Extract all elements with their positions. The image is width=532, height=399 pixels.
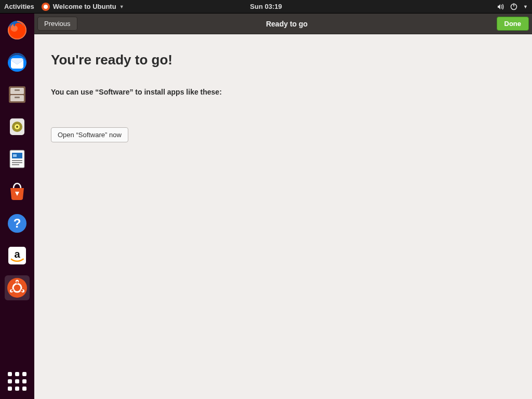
- dock-rhythmbox[interactable]: [5, 114, 30, 139]
- amazon-icon: a: [6, 244, 29, 267]
- ubuntu-dock: ? a: [0, 14, 34, 399]
- app-menu-label: Welcome to Ubuntu: [53, 3, 116, 10]
- svg-text:a: a: [14, 248, 20, 260]
- clock-label[interactable]: Sun 03:19: [250, 3, 282, 10]
- app-menu[interactable]: Welcome to Ubuntu ▼: [42, 3, 124, 11]
- done-button[interactable]: Done: [497, 17, 529, 31]
- svg-rect-17: [12, 162, 22, 163]
- dock-files[interactable]: [5, 82, 30, 107]
- previous-button[interactable]: Previous: [37, 17, 77, 31]
- dock-amazon[interactable]: a: [5, 243, 30, 268]
- svg-text:?: ?: [14, 216, 21, 230]
- page-subheading: You can use “Software” to install apps l…: [51, 88, 515, 96]
- ubuntu-logo-icon: [6, 276, 29, 299]
- window-headerbar: Previous Ready to go Done: [34, 14, 532, 34]
- system-tray[interactable]: ▼: [496, 3, 528, 11]
- show-applications-button[interactable]: [5, 369, 30, 394]
- svg-rect-8: [15, 97, 20, 98]
- dock-help[interactable]: ?: [5, 211, 30, 236]
- page-heading: You're ready to go!: [51, 52, 515, 68]
- shopping-bag-icon: [6, 180, 29, 203]
- chevron-down-icon: ▼: [523, 4, 528, 9]
- ubuntu-logo-icon: [42, 3, 50, 11]
- svg-line-29: [21, 290, 23, 291]
- firefox-icon: [6, 19, 29, 42]
- activities-button[interactable]: Activities: [4, 3, 34, 10]
- help-icon: ?: [6, 212, 29, 235]
- gnome-topbar: Activities Welcome to Ubuntu ▼ Sun 03:19…: [0, 0, 532, 14]
- dock-welcome[interactable]: [5, 275, 30, 300]
- svg-rect-7: [15, 89, 20, 91]
- thunderbird-icon: [6, 51, 29, 74]
- svg-rect-16: [12, 160, 22, 161]
- open-software-button[interactable]: Open “Software” now: [51, 127, 128, 142]
- svg-rect-18: [12, 164, 19, 165]
- volume-icon: [496, 3, 504, 11]
- dock-writer[interactable]: [5, 147, 30, 171]
- svg-point-12: [16, 126, 18, 128]
- headerbar-title: Ready to go: [77, 20, 497, 28]
- document-icon: [6, 148, 29, 170]
- power-icon: [510, 3, 518, 11]
- welcome-content: You're ready to go! You can use “Softwar…: [34, 34, 532, 399]
- dock-firefox[interactable]: [5, 18, 30, 43]
- svg-rect-1: [513, 3, 514, 6]
- speaker-icon: [6, 115, 29, 138]
- chevron-down-icon: ▼: [119, 4, 124, 9]
- dock-software[interactable]: [5, 179, 30, 204]
- svg-rect-15: [13, 154, 17, 157]
- svg-line-30: [11, 290, 14, 291]
- file-cabinet-icon: [6, 83, 29, 106]
- dock-thunderbird[interactable]: [5, 50, 30, 75]
